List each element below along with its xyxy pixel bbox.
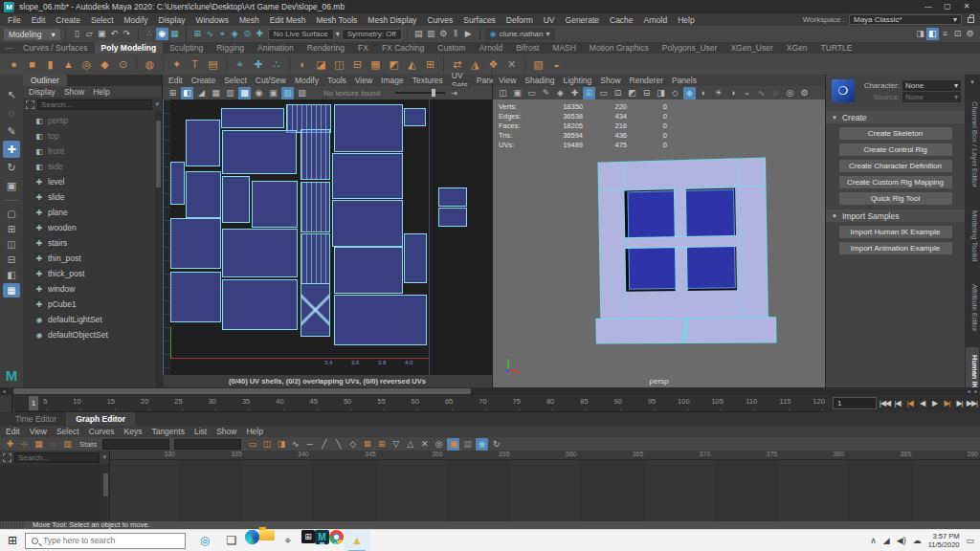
- select-hierarchy-icon[interactable]: ∴: [144, 28, 156, 40]
- ge-linear-tangent-icon[interactable]: ╱: [318, 438, 330, 451]
- taskbar-search-input[interactable]: [43, 536, 179, 545]
- graph-search-input[interactable]: [14, 452, 100, 463]
- ge-free-weight-icon[interactable]: ✕: [418, 438, 431, 451]
- menu-item[interactable]: Help: [678, 15, 694, 25]
- close-button[interactable]: ✕: [957, 0, 976, 13]
- menu-item[interactable]: Textures: [412, 76, 443, 85]
- save-scene-icon[interactable]: ▣: [96, 28, 108, 40]
- viewport-select-camera-icon[interactable]: ◫: [497, 87, 509, 99]
- go-to-start-button[interactable]: |◀◀: [879, 396, 891, 410]
- ge-break-tangents-icon[interactable]: ▽: [390, 438, 402, 451]
- uv-checker-icon[interactable]: ▨: [281, 87, 294, 99]
- play-backwards-button[interactable]: ◀: [916, 396, 928, 410]
- sidebar-vertical-tab[interactable]: Modeling Toolkit: [966, 203, 979, 270]
- menu-item[interactable]: Select: [224, 76, 247, 85]
- combine-icon[interactable]: ◐: [295, 56, 311, 73]
- menu-item[interactable]: List: [194, 427, 207, 436]
- lasso-tool[interactable]: ◌: [3, 104, 20, 121]
- scrollbar-thumb[interactable]: [156, 121, 161, 187]
- layout-current[interactable]: ▦: [3, 283, 20, 298]
- scroll-right-icon[interactable]: ▸: [972, 387, 980, 395]
- viewport-bookmark-icon[interactable]: ✎: [540, 87, 552, 99]
- scroll-left-icon[interactable]: ◂: [965, 387, 972, 395]
- menu-item[interactable]: Edit Mesh: [270, 15, 306, 25]
- uv-shell[interactable]: [252, 181, 298, 228]
- viewport-joints-icon[interactable]: ⚙: [798, 87, 811, 99]
- menu-item[interactable]: Cut/Sew: [256, 76, 286, 85]
- new-scene-icon[interactable]: ▯: [71, 28, 83, 40]
- menu-item[interactable]: Display: [159, 15, 186, 25]
- menu-item[interactable]: Mesh: [239, 15, 259, 25]
- menu-item[interactable]: Generate: [566, 15, 599, 25]
- file-explorer-icon[interactable]: [259, 530, 275, 540]
- boolean-difference-icon[interactable]: ⊟: [349, 56, 366, 73]
- outliner-item[interactable]: ✚ level: [34, 174, 162, 189]
- menu-item[interactable]: Help: [246, 427, 262, 436]
- uv-distortion-icon[interactable]: ⊞: [167, 87, 179, 99]
- viewport-field-chart-icon[interactable]: ⊟: [640, 87, 653, 99]
- step-back-frame-button[interactable]: |◀: [891, 396, 903, 410]
- boolean-union-icon[interactable]: ◫: [331, 56, 347, 73]
- graph-grid[interactable]: [110, 460, 980, 521]
- uv-shell[interactable]: [222, 130, 297, 174]
- menu-item[interactable]: Keys: [124, 427, 143, 436]
- maximize-button[interactable]: ▢: [938, 0, 957, 13]
- shelf-tab[interactable]: Polygons_User: [656, 42, 724, 54]
- outliner-item[interactable]: ✚ thin_post: [34, 251, 162, 266]
- outliner-item[interactable]: ✚ thick_post: [34, 266, 162, 281]
- menu-item[interactable]: View: [30, 427, 47, 436]
- shelf-tab[interactable]: Poly Modeling: [95, 42, 164, 54]
- pause-icon[interactable]: ‖: [450, 28, 462, 40]
- character-dropdown[interactable]: None ▾: [902, 80, 961, 91]
- shelf-tab[interactable]: XGen_User: [724, 42, 779, 54]
- snap-point-icon[interactable]: ⌖: [216, 28, 229, 40]
- humanik-button[interactable]: Create Character Definition: [839, 160, 952, 172]
- lock-icon[interactable]: [968, 17, 974, 23]
- ipr-render-icon[interactable]: ▥: [425, 28, 437, 40]
- sidebar-channel-box-icon[interactable]: ≡: [939, 28, 951, 40]
- viewport-motion-blur-icon[interactable]: ∿: [755, 87, 768, 99]
- uv-shell[interactable]: [334, 247, 403, 294]
- ge-snap-value-icon[interactable]: ▤: [461, 438, 474, 451]
- import-samples-section-header[interactable]: ▼ Import Samples: [826, 209, 965, 222]
- ge-move-nearest-icon[interactable]: ✚: [4, 438, 16, 451]
- scroll-left-icon[interactable]: ◂: [0, 387, 8, 395]
- uv-shell[interactable]: [186, 120, 220, 166]
- uv-shell[interactable]: [222, 279, 298, 330]
- layout-two-side-by-side[interactable]: ◫: [3, 237, 20, 252]
- type-tool-icon[interactable]: T: [187, 56, 203, 73]
- poly-cube-icon[interactable]: ■: [24, 56, 40, 73]
- snap-plane-icon[interactable]: ◈: [229, 28, 241, 40]
- menu-item[interactable]: Display: [29, 87, 56, 97]
- uv-shell[interactable]: [222, 229, 298, 277]
- shelf-tab[interactable]: MASH: [546, 42, 583, 54]
- shelf-tab[interactable]: Bifrost: [509, 42, 546, 54]
- menu-item[interactable]: View: [499, 76, 516, 85]
- shelf-menu-icon[interactable]: —: [3, 42, 16, 54]
- menu-item[interactable]: File: [8, 15, 21, 25]
- menu-item[interactable]: Show: [216, 427, 236, 436]
- action-center-icon[interactable]: ▭: [966, 536, 974, 545]
- filter-icon[interactable]: [3, 453, 11, 462]
- sphere-project-icon[interactable]: ◍: [142, 56, 158, 73]
- construction-aim-icon[interactable]: ⌖: [232, 56, 248, 73]
- viewport-film-gate-icon[interactable]: ▭: [597, 87, 610, 99]
- select-component-icon[interactable]: ▦: [168, 28, 181, 40]
- uv-dim-slider[interactable]: [395, 92, 445, 94]
- play-forwards-button[interactable]: ▶: [928, 396, 941, 410]
- smooth-icon[interactable]: ▦: [368, 56, 384, 73]
- uv-shell[interactable]: [334, 295, 427, 345]
- ge-retime-icon[interactable]: ▥: [61, 438, 74, 451]
- tray-expand-icon[interactable]: ∧: [870, 536, 877, 545]
- star-primitive-icon[interactable]: ✦: [168, 56, 185, 73]
- multi-cut-icon[interactable]: ❖: [485, 56, 501, 73]
- shelf-tab[interactable]: Sculpting: [163, 42, 210, 54]
- taskbar-clock[interactable]: 3:57 PM 11/5/2020: [928, 532, 960, 549]
- menu-item[interactable]: Help: [93, 87, 109, 97]
- maya-app-icon[interactable]: M: [315, 530, 329, 544]
- ge-region-icon[interactable]: ◌: [47, 438, 59, 451]
- viewport-lock-camera-icon[interactable]: ▣: [511, 87, 523, 99]
- task-view-icon[interactable]: ❏: [218, 530, 245, 551]
- poly-sphere-icon[interactable]: ●: [6, 56, 22, 73]
- window-3d-model[interactable]: [597, 157, 768, 343]
